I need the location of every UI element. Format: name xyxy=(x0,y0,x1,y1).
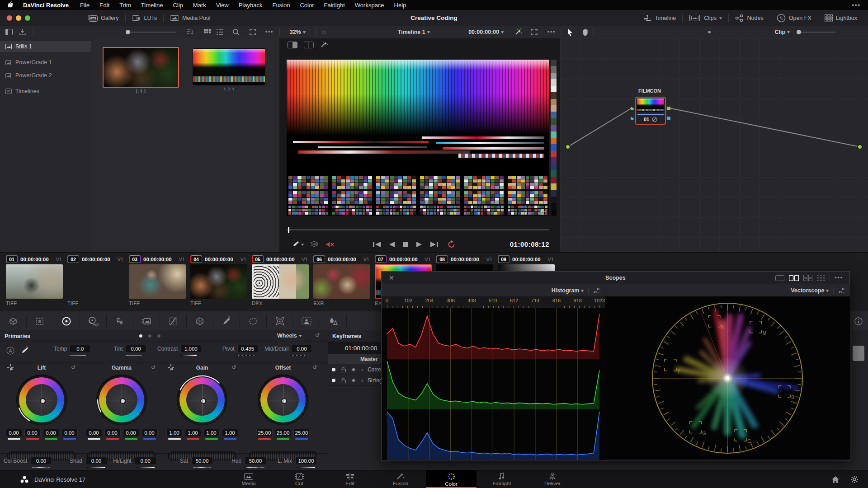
go-to-start-button[interactable] xyxy=(373,241,381,248)
minimize-window-button[interactable] xyxy=(16,15,21,21)
clip-04[interactable]: 0400:00:00:00V1TIFF xyxy=(190,255,247,306)
lock-icon[interactable] xyxy=(341,378,346,383)
expand-chevron-icon[interactable]: › xyxy=(361,366,363,373)
scopes-layout-single-icon[interactable] xyxy=(775,275,784,281)
wheel-picker-crosshair-icon[interactable] xyxy=(167,364,175,371)
menu-timeline[interactable]: Timeline xyxy=(136,2,168,9)
sort-order-icon[interactable] xyxy=(184,26,196,38)
sidebar-toggle-icon[interactable] xyxy=(3,26,15,38)
node-view-clip-dropdown[interactable]: Clip▾ xyxy=(769,26,796,38)
field-value[interactable]: 0.435 xyxy=(237,345,258,353)
viewer-expand-icon[interactable] xyxy=(528,26,541,38)
tracker-palette-tab[interactable] xyxy=(267,315,293,328)
project-settings-gear-icon[interactable] xyxy=(851,476,858,483)
menu-edit[interactable]: Edit xyxy=(94,2,114,9)
clip-thumbnail[interactable] xyxy=(313,264,370,299)
track-enable-dot[interactable] xyxy=(332,368,335,371)
wheel-reset-icon[interactable]: ↺ xyxy=(231,364,236,371)
playhead[interactable] xyxy=(288,227,289,233)
menu-fusion[interactable]: Fusion xyxy=(267,2,295,9)
grab-still-eyedropper-icon[interactable] xyxy=(292,241,299,248)
expand-gallery-icon[interactable] xyxy=(246,26,259,38)
menubar-more-icon[interactable]: ••• xyxy=(852,2,868,9)
clip-01[interactable]: 0100:00:00:00V1TIFF xyxy=(6,255,63,306)
thumbnail-size-slider[interactable] xyxy=(126,30,130,34)
qualifier-palette-tab[interactable] xyxy=(213,315,240,328)
primaries-bars-palette-tab[interactable] xyxy=(27,315,53,328)
wheel-value[interactable]: 0.00 xyxy=(24,429,41,437)
wheel-value[interactable]: 0.00 xyxy=(61,429,78,437)
clip-05[interactable]: 0500:00:00:00V1DPX xyxy=(252,255,309,306)
wheel-value[interactable]: 0.00 xyxy=(6,429,22,437)
histogram-type-dropdown[interactable]: Histogram▾ xyxy=(552,287,584,294)
color-warper-palette-tab[interactable] xyxy=(187,315,213,328)
gallery-still-1.7.1[interactable]: 1.7.1 xyxy=(193,48,265,85)
auto-balance-icon[interactable]: A xyxy=(6,347,14,355)
grid-view-icon[interactable] xyxy=(201,26,213,38)
hdr-grade-palette-tab[interactable]: HDR xyxy=(80,315,107,328)
page-tab-media[interactable]: Media xyxy=(223,470,274,488)
magic-mask-palette-tab[interactable] xyxy=(293,315,320,328)
search-icon[interactable] xyxy=(230,26,242,38)
menu-view[interactable]: View xyxy=(211,2,234,9)
mute-icon[interactable] xyxy=(326,241,335,248)
wheel-reset-icon[interactable]: ↺ xyxy=(71,364,75,371)
wheel-value[interactable]: 1.00 xyxy=(185,429,201,437)
eyedropper-dropdown-icon[interactable]: ▾ xyxy=(301,242,304,247)
adjust-value[interactable]: 100.00 xyxy=(295,457,317,465)
gallery-album-timelines[interactable]: Timelines xyxy=(0,86,91,97)
vectorscope-type-dropdown[interactable]: Vectorscope▾ xyxy=(791,287,829,294)
node-rgb-output-port[interactable] xyxy=(667,107,670,110)
info-icon[interactable] xyxy=(849,317,868,325)
clip-thumbnail[interactable] xyxy=(129,264,186,299)
field-value[interactable]: 0.00 xyxy=(291,345,312,353)
adjust-value[interactable]: 0.00 xyxy=(85,457,107,465)
menu-mark[interactable]: Mark xyxy=(188,2,211,9)
gallery-still-1.4.1[interactable]: 1.4.1 xyxy=(103,47,179,88)
field-value[interactable]: 0.00 xyxy=(126,345,146,353)
gallery-album-stills-1[interactable]: Stills 1 xyxy=(0,41,91,52)
histog-settings-icon[interactable] xyxy=(593,287,600,294)
curves-palette-tab[interactable] xyxy=(160,315,187,328)
play-reverse-button[interactable] xyxy=(389,241,395,248)
wheel-handle[interactable] xyxy=(120,398,126,404)
menu-fairlight[interactable]: Fairlight xyxy=(319,2,350,9)
wheel-picker-crosshair-icon[interactable] xyxy=(7,364,14,371)
adjust-value[interactable]: 50.00 xyxy=(191,457,213,465)
wheel-value[interactable]: 0.00 xyxy=(43,429,59,437)
scopes-layout-quad-icon[interactable] xyxy=(803,275,812,281)
node-key-input-port[interactable] xyxy=(631,117,634,120)
panel-toggle-media-pool[interactable]: Media Pool xyxy=(164,10,217,26)
wheel-offset-control[interactable] xyxy=(258,375,308,425)
white-balance-picker-icon[interactable] xyxy=(21,347,29,355)
page-tab-fairlight[interactable]: Fairlight xyxy=(476,470,527,488)
vectorscope-settings-icon[interactable] xyxy=(838,287,845,294)
adjust-value[interactable]: 0.00 xyxy=(30,457,52,465)
node-key-output-port[interactable] xyxy=(667,117,670,120)
clip-02[interactable]: 0200:00:00:00V1TIFF xyxy=(67,255,124,306)
adjust-value[interactable]: 0.00 xyxy=(135,457,156,465)
hand-tool-icon[interactable] xyxy=(579,26,591,38)
wheel-value[interactable]: 25.00 xyxy=(275,429,291,437)
wheel-value[interactable]: 1.00 xyxy=(222,429,238,437)
pointer-tool-icon[interactable] xyxy=(564,26,577,38)
app-menu[interactable]: DaVinci Resolve xyxy=(17,2,75,9)
menu-color[interactable]: Color xyxy=(295,2,319,9)
menu-playback[interactable]: Playback xyxy=(234,2,268,9)
split-screen-b-icon[interactable] xyxy=(304,42,314,48)
primaries-reset-icon[interactable]: ↺ xyxy=(315,332,320,338)
wipe-modes-icon[interactable] xyxy=(310,241,318,248)
enhance-wand-icon[interactable] xyxy=(320,41,328,48)
wheel-value[interactable]: 0.00 xyxy=(86,429,102,437)
close-window-button[interactable] xyxy=(7,15,12,21)
panel-toggle-open-fx[interactable]: fxOpen FX xyxy=(770,10,818,26)
wheel-value[interactable]: 0.00 xyxy=(104,429,121,437)
wheel-value[interactable]: 1.00 xyxy=(166,429,183,437)
page-tab-edit[interactable]: Edit xyxy=(325,470,375,488)
split-screen-a-icon[interactable] xyxy=(288,42,297,48)
wheel-value[interactable]: 1.00 xyxy=(203,429,220,437)
menu-clip[interactable]: Clip xyxy=(168,2,188,9)
menu-workspace[interactable]: Workspace xyxy=(350,2,389,9)
page-tab-deliver[interactable]: Deliver xyxy=(527,470,578,488)
menu-trim[interactable]: Trim xyxy=(114,2,136,9)
